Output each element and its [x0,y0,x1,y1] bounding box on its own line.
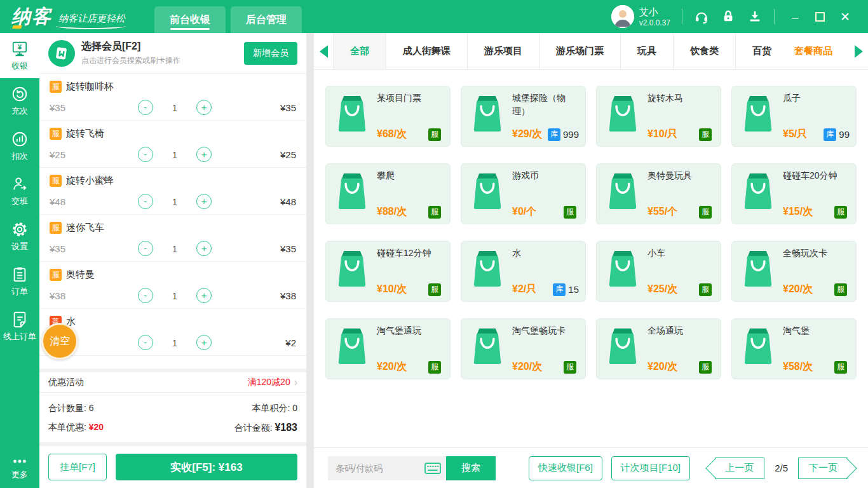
product-card[interactable]: 淘气堡畅玩卡 ¥20/次 服 [461,318,586,379]
cart-item-qty: 1 [172,337,177,348]
user-info[interactable]: 艾小 v2.0.0.37 [611,5,670,28]
download-icon[interactable] [747,9,763,24]
product-card[interactable]: 全场通玩 ¥20/次 服 [596,318,721,379]
sidebar-item-label: 扣次 [11,151,28,161]
tab-front-cashier[interactable]: 前台收银 [154,6,226,33]
decrease-qty-button[interactable]: - [138,241,153,256]
product-price: ¥25/次 [648,283,677,296]
product-card[interactable]: 奥特曼玩具 ¥55/个 服 [596,163,721,224]
decrease-qty-button[interactable]: - [138,335,153,350]
sidebar-item-settings[interactable]: 设置 [0,214,39,259]
increase-qty-button[interactable]: + [196,194,212,209]
item-type-badge: 服 [50,222,62,234]
search-button[interactable]: 搜索 [446,456,496,480]
category-bar: 全部 成人街舞课 游乐项目 游乐场门票 玩具 饮食类 百货 套餐商品 [314,33,868,70]
category-tab-dance[interactable]: 成人街舞课 [386,33,467,69]
customer-service-icon[interactable] [694,9,709,24]
increase-qty-button[interactable]: + [196,288,212,303]
promo-row[interactable]: 优惠活动 满120减20 › [39,369,306,393]
category-tab-park-tickets[interactable]: 游乐场门票 [539,33,620,69]
product-card[interactable]: 攀爬 ¥88/次 服 [325,163,451,224]
hold-order-button[interactable]: 挂单[F7] [48,454,107,480]
sidebar-item-more[interactable]: 更多 [0,449,39,488]
sidebar-item-deduct[interactable]: 扣次 [0,123,39,168]
quick-cashier-button[interactable]: 快速收银[F6] [529,456,602,480]
add-member-button[interactable]: 新增会员 [244,42,297,65]
product-card[interactable]: 城堡探险（物理） ¥29/次 库 999 [461,86,586,147]
product-card[interactable]: 淘气堡通玩 ¥20/次 服 [325,318,451,379]
lock-icon[interactable] [721,9,736,24]
product-card[interactable]: 旋转木马 ¥10/只 服 [596,86,721,147]
category-scroll-right-button[interactable] [849,33,868,69]
product-card[interactable]: 瓜子 ¥5/只 库 99 [731,86,857,147]
tab-backend-admin[interactable]: 后台管理 [231,6,302,33]
product-card[interactable]: 碰碰车12分钟 ¥10/次 服 [325,241,451,302]
product-stock: 99 [839,129,850,140]
sidebar-item-cashier[interactable]: ¥ 收银 [0,33,39,78]
divider [682,9,682,24]
window-minimize-button[interactable]: – [786,11,804,23]
quantity-stepper: - 1 + [104,241,245,256]
cart-item-name: 奥特曼 [66,269,95,281]
member-select[interactable]: 选择会员[F2] 点击进行会员搜索或刷卡操作 新增会员 [39,33,306,74]
sidebar-item-online-orders[interactable]: 线上订单 [0,304,39,349]
product-card[interactable]: 全畅玩次卡 ¥20/次 服 [731,241,857,302]
window-close-button[interactable]: ✕ [836,11,854,23]
sidebar-item-orders[interactable]: 订单 [0,259,39,304]
product-type-badge: 服 [428,361,441,374]
decrease-qty-button[interactable]: - [138,147,153,162]
sidebar-item-recharge[interactable]: 充次 [0,78,39,123]
cart-item[interactable]: 服 旋转咖啡杯 ¥35 - 1 + ¥35 [39,74,306,121]
category-tab-general[interactable]: 百货 [735,33,788,69]
product-card[interactable]: 淘气堡 ¥58/次 服 [731,318,857,379]
category-tab-combo[interactable]: 套餐商品 [788,33,849,69]
quantity-stepper: - 1 + [104,194,245,209]
product-card[interactable]: 小车 ¥25/次 服 [596,241,721,302]
product-price: ¥29/次 [512,128,542,141]
sidebar: ¥ 收银 充次 扣次 交班 设置 订单 线上订单 更多 [0,33,39,488]
checkout-button[interactable]: 实收[F5]: ¥163 [116,454,297,480]
category-tab-all[interactable]: 全部 [333,33,386,69]
decrease-qty-button[interactable]: - [138,288,153,303]
more-dots-icon [11,456,29,466]
decrease-qty-button[interactable]: - [138,100,153,115]
increase-qty-button[interactable]: + [196,100,212,115]
category-tab-rides[interactable]: 游乐项目 [467,33,539,69]
cart-item[interactable]: 服 迷你飞车 ¥35 - 1 + ¥35 [39,215,306,262]
product-name: 淘气堡通玩 [377,324,444,337]
barcode-input[interactable] [336,463,412,473]
cart-item[interactable]: 服 奥特曼 ¥38 - 1 + ¥38 [39,262,306,309]
increase-qty-button[interactable]: + [196,147,212,162]
next-page-button[interactable]: 下一页 [798,458,848,479]
increase-qty-button[interactable]: + [196,335,212,350]
keyboard-icon[interactable] [424,463,441,474]
cart-item-total: ¥38 [245,290,296,301]
sidebar-item-shift[interactable]: 交班 [0,168,39,214]
product-card[interactable]: 水 ¥2/只 库 15 [461,241,586,302]
total-qty-label: 合计数量: [48,403,86,413]
cart-item-list: 服 旋转咖啡杯 ¥35 - 1 + ¥35 [39,74,306,356]
count-item-button[interactable]: 计次项目[F10] [611,456,690,480]
shopping-bag-icon [740,327,776,374]
clear-cart-button[interactable]: 清空 [41,323,78,360]
member-card-icon [48,40,75,67]
window-maximize-button[interactable] [815,12,825,22]
top-bar: 纳客 纳客让店更轻松 前台收银 后台管理 艾小 v2.0.0.37 – ✕ [0,0,868,33]
cart-item[interactable]: 服 旋转飞椅 ¥25 - 1 + ¥25 [39,121,306,168]
cart-item[interactable]: 服 旋转小蜜蜂 ¥48 - 1 + ¥48 [39,168,306,215]
prev-page-button[interactable]: 上一页 [715,458,764,479]
product-price: ¥88/次 [377,205,407,219]
category-tab-food[interactable]: 饮食类 [673,33,735,69]
product-card[interactable]: 游戏币 ¥0/个 服 [461,163,586,224]
decrease-qty-button[interactable]: - [138,194,153,209]
cart-item[interactable]: 普 水 ¥2 - 1 + ¥2 [39,309,306,356]
product-name: 淘气堡畅玩卡 [512,324,579,337]
product-card[interactable]: 某项目门票 ¥68/次 服 [325,86,451,147]
product-price: ¥15/次 [783,205,813,219]
product-card[interactable]: 碰碰车20分钟 ¥15/次 服 [731,163,857,224]
sidebar-item-label: 充次 [11,106,28,116]
category-tab-toys[interactable]: 玩具 [620,33,673,69]
cart-item-unit-price: ¥48 [50,196,104,207]
increase-qty-button[interactable]: + [196,241,212,256]
category-scroll-left-button[interactable] [314,33,333,69]
